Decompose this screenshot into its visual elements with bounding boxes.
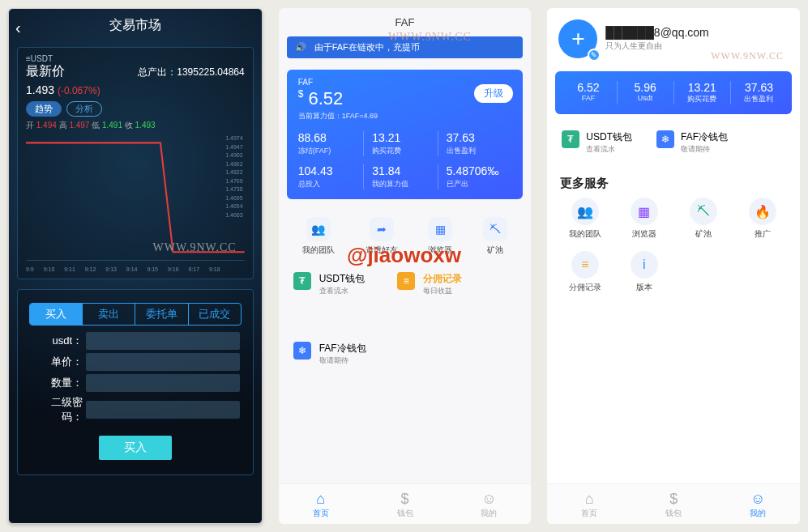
nav-icon: ⌂ bbox=[547, 491, 631, 508]
list-icon: ❄ bbox=[293, 342, 311, 360]
nav-icon: $ bbox=[631, 491, 716, 508]
watermark-text: WWW.9NW.CC bbox=[153, 241, 237, 254]
pwd-input[interactable] bbox=[86, 401, 240, 419]
service-icon: ▦ bbox=[631, 198, 658, 225]
latest-price-label: 最新价 bbox=[26, 63, 65, 80]
stat-cell: 13.21购买花费 bbox=[363, 131, 438, 156]
nav-钱包[interactable]: $钱包 bbox=[631, 491, 716, 519]
stats-row-2: 104.43总投入31.84我的算力值5.48706‰已产出 bbox=[298, 164, 512, 189]
action-浏览器[interactable]: ▦浏览器 bbox=[428, 217, 452, 256]
service-icon: 👥 bbox=[571, 198, 599, 225]
rate-line: 当前算力值：1FAF=4.69 bbox=[298, 111, 512, 121]
nav-首页[interactable]: ⌂首页 bbox=[547, 491, 631, 519]
nav-icon: ☺ bbox=[716, 491, 800, 508]
quick-actions: 👥我的团队➦邀请好友▦浏览器⛏矿池 bbox=[287, 217, 524, 256]
price-chart: 1.49741.49471.49021.48621.48221.47691.47… bbox=[26, 134, 245, 272]
wallets-row: ₮ USDT钱包查看流水 ❄ FAF冷钱包敬请期待 bbox=[562, 130, 785, 155]
stat-cell: 37.63出售盈利 bbox=[438, 131, 512, 156]
chart-y-ticks: 1.49741.49471.49021.48621.48221.47691.47… bbox=[225, 134, 242, 219]
wallet-icon: ❄ bbox=[656, 130, 674, 148]
stat-cell: 5.48706‰已产出 bbox=[438, 164, 512, 189]
tab-sell[interactable]: 卖出 bbox=[83, 304, 135, 325]
stat-cell: 104.43总投入 bbox=[298, 164, 364, 189]
service-矿池[interactable]: ⛏ 矿池 bbox=[673, 198, 733, 240]
service-icon: ≡ bbox=[571, 251, 599, 279]
field-usdt: usdt： bbox=[31, 332, 240, 350]
nav-我的[interactable]: ☺我的 bbox=[716, 491, 800, 519]
volume-icon: 🔊 bbox=[295, 42, 306, 53]
nav-icon: $ bbox=[363, 491, 447, 508]
field-pwd: 二级密码： bbox=[31, 395, 240, 424]
service-icon: ⛏ bbox=[690, 198, 717, 225]
chart-mode-tabs: 趋势 分析 bbox=[26, 101, 245, 117]
bottom-nav: ⌂首页$钱包☺我的 bbox=[279, 483, 532, 524]
list-item[interactable]: ≡ 分佣记录每日收益 bbox=[397, 266, 462, 303]
nav-icon: ⌂ bbox=[279, 491, 363, 508]
total-output: 总产出：1395225.04864 bbox=[138, 66, 244, 79]
action-矿池[interactable]: ⛏矿池 bbox=[483, 217, 507, 256]
pair-label: ≡USDT bbox=[26, 54, 245, 63]
list-icon: ≡ bbox=[397, 272, 415, 290]
action-icon: ▦ bbox=[428, 217, 452, 241]
page-title: FAF bbox=[279, 8, 532, 32]
tab-done[interactable]: 已成交 bbox=[189, 304, 241, 325]
home-panel: FAF WWW.9NW.CC 🔊 由于FAF在链改中，充提币 FAF $ 6.5… bbox=[279, 8, 532, 524]
wallet-icon: ₮ bbox=[562, 130, 579, 148]
field-qty: 数量： bbox=[31, 374, 240, 392]
service-icon: i bbox=[631, 251, 658, 279]
profile-panel: + ✎ ██████8@qq.com 只为人生更自由 WWW.9NW.CC 6.… bbox=[547, 8, 800, 524]
watermark-text: WWW.9NW.CC bbox=[711, 50, 784, 62]
order-tabs: 买入 卖出 委托单 已成交 bbox=[29, 303, 242, 326]
qty-input[interactable] bbox=[86, 374, 240, 392]
service-版本[interactable]: i 版本 bbox=[614, 251, 673, 293]
stat-cell: 6.52FAF bbox=[560, 81, 616, 104]
wallet-item[interactable]: ❄ FAF冷钱包敬请期待 bbox=[656, 130, 728, 155]
tab-orders[interactable]: 委托单 bbox=[135, 304, 188, 325]
avatar[interactable]: + ✎ bbox=[558, 19, 597, 58]
balance-card: FAF $ 6.52 升级 当前算力值：1FAF=4.69 88.68冻结(FA… bbox=[287, 70, 524, 199]
user-slogan: 只为人生更自由 bbox=[605, 40, 708, 52]
stat-cell: 88.68冻结(FAF) bbox=[298, 131, 364, 156]
action-icon: 👥 bbox=[306, 217, 331, 241]
wallet-item[interactable]: ₮ USDT钱包查看流水 bbox=[562, 130, 632, 155]
tab-analysis[interactable]: 分析 bbox=[66, 101, 102, 117]
trading-panel: ‹ 交易市场 ≡USDT 最新价 总产出：1395225.04864 1.493… bbox=[8, 8, 263, 524]
stat-cell: 5.96Usdt bbox=[617, 81, 673, 104]
page-title: 交易市场 bbox=[109, 17, 161, 34]
stats-card: 6.52FAF5.96Usdt13.21购买花费37.63出售盈利 bbox=[555, 71, 792, 114]
upgrade-button[interactable]: 升级 bbox=[474, 84, 513, 103]
stat-cell: 31.84我的算力值 bbox=[363, 164, 438, 189]
service-分佣记录[interactable]: ≡ 分佣记录 bbox=[555, 251, 614, 293]
tab-trend[interactable]: 趋势 bbox=[26, 101, 62, 117]
action-icon: ⛏ bbox=[483, 217, 507, 241]
nav-icon: ☺ bbox=[447, 491, 531, 508]
action-icon: ➦ bbox=[370, 217, 394, 241]
usdt-input[interactable] bbox=[86, 332, 240, 350]
bottom-nav: ⌂首页$钱包☺我的 bbox=[547, 483, 800, 524]
profile-header: + ✎ ██████8@qq.com 只为人生更自由 WWW.9NW.CC bbox=[547, 8, 800, 66]
list-item[interactable]: ❄ FAF冷钱包敬请期待 bbox=[293, 335, 366, 372]
action-我的团队[interactable]: 👥我的团队 bbox=[302, 217, 335, 256]
nav-首页[interactable]: ⌂首页 bbox=[279, 491, 363, 519]
tab-buy[interactable]: 买入 bbox=[30, 304, 83, 325]
price-input[interactable] bbox=[86, 353, 240, 371]
stat-cell: 37.63出售盈利 bbox=[730, 81, 787, 104]
page-header: ‹ 交易市场 bbox=[9, 9, 262, 42]
back-icon[interactable]: ‹ bbox=[15, 19, 21, 37]
list-item[interactable]: ₮ USDT钱包查看流水 bbox=[293, 266, 366, 303]
nav-钱包[interactable]: $钱包 bbox=[363, 491, 447, 519]
service-浏览器[interactable]: ▦ 浏览器 bbox=[614, 198, 673, 240]
edit-icon[interactable]: ✎ bbox=[588, 49, 601, 62]
service-我的团队[interactable]: 👥 我的团队 bbox=[555, 198, 614, 240]
nav-我的[interactable]: ☺我的 bbox=[447, 491, 531, 519]
service-icon: 🔥 bbox=[749, 198, 776, 225]
services-grid: 👥 我的团队 ▦ 浏览器 ⛏ 矿池 🔥 推广 ≡ 分佣记录 i 版本 bbox=[555, 198, 792, 304]
user-block: ██████8@qq.com 只为人生更自由 bbox=[605, 26, 708, 52]
service-推广[interactable]: 🔥 推广 bbox=[733, 198, 792, 240]
user-email: ██████8@qq.com bbox=[605, 26, 708, 39]
buy-button[interactable]: 买入 bbox=[99, 436, 172, 460]
watermark-text: WWW.9NW.CC bbox=[388, 31, 472, 44]
stats-row-1: 88.68冻结(FAF)13.21购买花费37.63出售盈利 bbox=[298, 131, 512, 156]
price-value: 1.493 (-0.067%) bbox=[26, 83, 245, 96]
action-邀请好友[interactable]: ➦邀请好友 bbox=[366, 217, 398, 256]
